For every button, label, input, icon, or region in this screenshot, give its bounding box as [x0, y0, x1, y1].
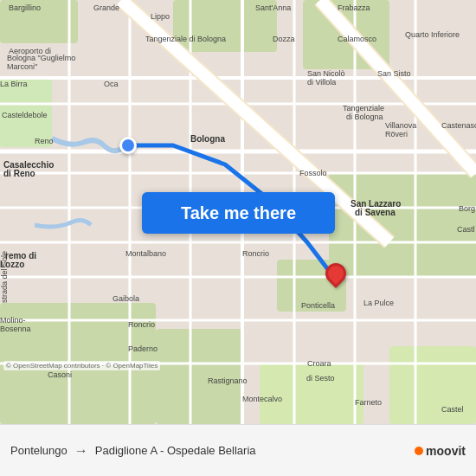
- moovit-logo: moovit: [415, 444, 466, 458]
- origin-marker: [119, 137, 137, 154]
- moovit-dot: [415, 447, 423, 455]
- map-container: Bargillino Grande Lippo Sant'Anna Frabaz…: [0, 0, 476, 424]
- footer-arrow: →: [74, 443, 88, 459]
- footer-origin: Pontelungo: [10, 444, 68, 457]
- footer-destination: Padiglione A - Ospedale Bellaria: [95, 444, 256, 457]
- moovit-text: moovit: [426, 444, 466, 458]
- destination-pin: [321, 259, 351, 288]
- take-me-there-button[interactable]: Take me there: [142, 192, 335, 234]
- destination-marker: [325, 263, 346, 291]
- green-area: [303, 0, 389, 69]
- green-area: [156, 329, 242, 424]
- green-area: [329, 173, 476, 277]
- green-area: [260, 363, 363, 424]
- green-area: [0, 0, 78, 43]
- green-area: [389, 346, 476, 424]
- footer: Pontelungo → Padiglione A - Ospedale Bel…: [0, 424, 476, 476]
- green-area: [0, 78, 52, 147]
- map-attribution: © OpenStreetMap contributors · © OpenMap…: [3, 361, 160, 370]
- green-area: [173, 0, 277, 52]
